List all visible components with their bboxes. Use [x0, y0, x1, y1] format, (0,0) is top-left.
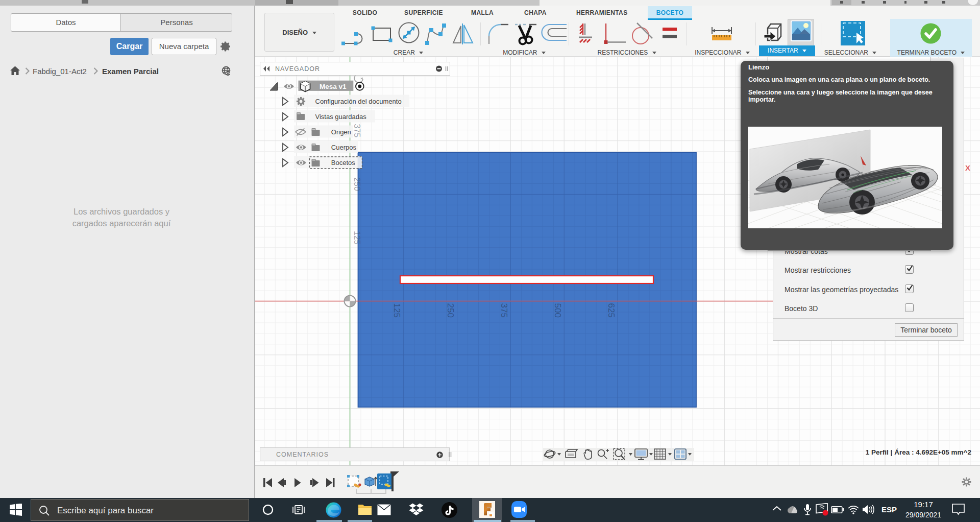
svg-text:Mesa v1: Mesa v1	[320, 83, 347, 90]
svg-text:250: 250	[446, 303, 455, 318]
svg-text:Vistas guardadas: Vistas guardadas	[315, 113, 367, 121]
svg-text:250: 250	[353, 177, 361, 191]
svg-text:375: 375	[499, 303, 509, 318]
svg-text:Cuerpos: Cuerpos	[331, 144, 357, 151]
svg-text:125: 125	[353, 231, 361, 245]
svg-text:X: X	[965, 163, 970, 172]
svg-text:NAVEGADOR: NAVEGADOR	[275, 65, 320, 73]
svg-text:Configuración del documento: Configuración del documento	[315, 98, 402, 105]
svg-text:Origen: Origen	[331, 128, 351, 136]
svg-text:500: 500	[553, 303, 562, 318]
svg-text:125: 125	[392, 303, 402, 318]
svg-text:625: 625	[606, 303, 616, 318]
svg-text:Bocetos: Bocetos	[331, 159, 355, 167]
